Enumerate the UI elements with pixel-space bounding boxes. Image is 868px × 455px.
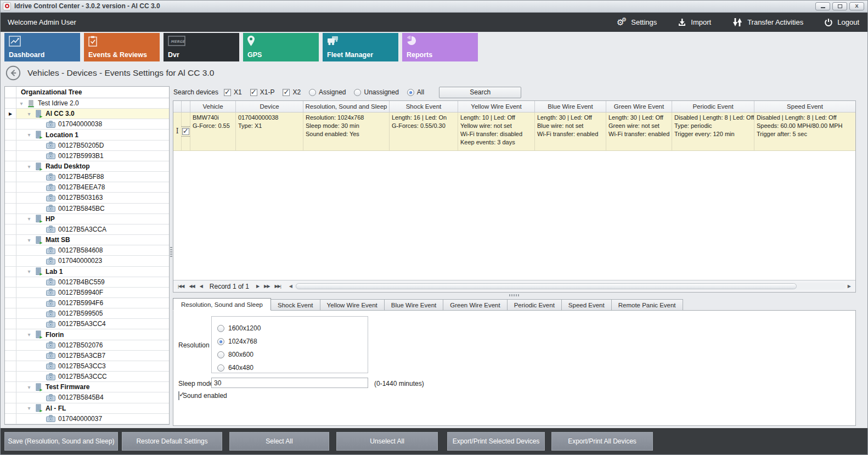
tree-item-00127b5a3cb7[interactable]: 00127B5A3CB7 [5,351,169,361]
tree-item-test-firmware[interactable]: ▾Test Firmware [5,382,169,392]
nav-tile-reports[interactable]: Reports [402,33,478,61]
tree-item-radu-desktop[interactable]: ▾Radu Desktop [5,161,169,172]
tree-item-00127b584608[interactable]: 00127B584608 [5,245,169,256]
tree-item-00127b503163[interactable]: 00127B503163 [5,193,169,203]
radio-1024x768[interactable] [217,338,224,345]
collapse-arrow-icon[interactable]: ▾ [26,111,32,117]
tree-item-00127b5993b1[interactable]: 00127B5993B1 [5,151,169,161]
tab-speed-event[interactable]: Speed Event [561,299,612,311]
record-prev-page-button[interactable]: ◀◀ [189,284,194,289]
row-select-checkbox[interactable]: ✓ [182,128,189,135]
tree-item-00127b502076[interactable]: 00127B502076 [5,340,169,351]
tab-green-wire-event[interactable]: Green Wire Event [443,299,507,311]
transfer-activities-button[interactable]: Transfer Activities [732,18,803,27]
resolution-option-1024x768[interactable]: 1024x768 [217,335,368,348]
scroll-left-icon[interactable]: ◀ [289,284,292,289]
collapse-arrow-icon[interactable]: ▾ [26,332,32,338]
collapse-arrow-icon[interactable]: ▾ [26,216,32,222]
tab-shock-event[interactable]: Shock Event [270,299,320,311]
unselect-all-button[interactable]: Unselect All [336,432,438,451]
scrollbar-thumb[interactable] [296,283,797,289]
resolution-option-1600x1200[interactable]: 1600x1200 [217,322,368,335]
tree-item-test-idrive-2-0[interactable]: ▾Test Idrive 2.0 [5,98,169,109]
radio-unassigned[interactable] [354,89,361,96]
grid-h-scrollbar[interactable]: ◀ ▶ [289,283,851,290]
close-button[interactable]: X [849,2,864,10]
tree-item-017040000037[interactable]: 017040000037 [5,414,169,424]
device-row[interactable]: I✓BMW740iG-Force: 0.55017040000038Type: … [173,113,855,151]
collapse-arrow-icon[interactable]: ▾ [26,132,32,138]
export-print-all-devices-button[interactable]: Export/Print All Devices [551,432,653,451]
filter-assigned[interactable]: Assigned [309,88,346,96]
tree-item-florin[interactable]: ▾Florin [5,329,169,340]
tree-item-lab-1[interactable]: ▾Lab 1 [5,267,169,277]
tree-item-al-cc-3-0[interactable]: ▶▾Al CC 3.0 [5,109,169,119]
radio-640x480[interactable] [217,364,224,372]
tree-item-00127b5845bc[interactable]: 00127B5845BC [5,204,169,214]
horizontal-splitter-handle[interactable] [509,294,519,296]
nav-tile-gps[interactable]: GPS [243,33,319,61]
vertical-splitter-handle[interactable] [170,247,172,258]
nav-tile-fleet-manager[interactable]: Fleet Manager [323,33,398,61]
nav-tile-events-reviews[interactable]: Events & Reviews [84,33,160,61]
sleep-mode-input[interactable] [211,378,368,388]
tab-resolution-sound-and-sleep[interactable]: Resolution, Sound and Sleep [173,298,271,311]
radio-assigned[interactable] [309,89,316,96]
checkbox-x2[interactable]: ✓ [283,89,290,96]
radio-1600x1200[interactable] [217,325,224,332]
tree-item-00127b5994f6[interactable]: 00127B5994F6 [5,298,169,308]
record-first-button[interactable]: |◀◀ [178,284,184,289]
back-button[interactable] [5,65,21,81]
tree-item-hp[interactable]: ▾HP [5,214,169,224]
tree-item-00127b599505[interactable]: 00127B599505 [5,308,169,319]
record-last-button[interactable]: ▶▶| [274,284,280,289]
tree-item-00127b5a3cc4[interactable]: 00127B5A3CC4 [5,319,169,329]
tree-item-017040000038[interactable]: 017040000038 [5,119,169,130]
nav-tile-dashboard[interactable]: Dashboard [4,33,80,61]
export-print-selected-devices-button[interactable]: Export/Print Selected Devices [447,432,545,451]
settings-button[interactable]: ⚙⚙Settings [617,18,657,26]
import-button[interactable]: Import [678,18,711,27]
select-all-button[interactable]: Select All [229,432,329,451]
sound-enabled-checkbox[interactable]: ✓ [178,391,179,400]
filter-all[interactable]: All [407,88,424,96]
collapse-arrow-icon[interactable]: ▾ [26,268,32,274]
record-prev-button[interactable]: ◀ [200,284,202,289]
maximize-button[interactable] [832,2,847,10]
tree-item-00127b4bc559[interactable]: 00127B4BC559 [5,277,169,288]
scrollbar-track[interactable] [295,283,846,290]
collapse-arrow-icon[interactable]: ▾ [26,237,32,243]
tree-item-00127b4eea78[interactable]: 00127B4EEA78 [5,182,169,193]
filter-x1-p[interactable]: ✓X1-P [250,88,275,96]
save-resolution-sound-and-sleep-button[interactable]: Save (Resolution, Sound and Sleep) [4,432,118,451]
tree-item-00127b5a3cc3[interactable]: 00127B5A3CC3 [5,361,169,372]
tree-item-00127b59940f[interactable]: 00127B59940F [5,288,169,298]
tree-item-00127b5845b4[interactable]: 00127B5845B4 [5,392,169,403]
tree-item-017040000023[interactable]: 017040000023 [5,256,169,266]
tab-blue-wire-event[interactable]: Blue Wire Event [384,299,443,311]
filter-x1[interactable]: ✓X1 [224,88,242,96]
tree-item-00127b5a3ccc[interactable]: 00127B5A3CCC [5,372,169,382]
sound-enabled-option[interactable]: ✓ Sound enabled [178,392,227,400]
tree-item-al-fl[interactable]: ▾Al - FL [5,403,169,414]
filter-unassigned[interactable]: Unassigned [354,88,398,96]
tree-item-00127b50205d[interactable]: 00127B50205D [5,141,169,151]
search-button[interactable]: Search [439,87,521,98]
resolution-option-640x480[interactable]: 640x480 [217,361,368,374]
tree-item-00127b4b5f88[interactable]: 00127B4B5F88 [5,172,169,182]
collapse-arrow-icon[interactable]: ▾ [26,164,32,170]
filter-x2[interactable]: ✓X2 [283,88,301,96]
checkbox-x1-p[interactable]: ✓ [250,89,257,96]
collapse-arrow-icon[interactable]: ▾ [26,405,32,411]
record-next-page-button[interactable]: ▶▶ [264,284,269,289]
record-next-button[interactable]: ▶ [256,284,259,289]
nav-tile-dvr[interactable]: MERGEDvr [164,33,239,61]
checkbox-x1[interactable]: ✓ [224,89,231,96]
radio-800x600[interactable] [217,351,224,358]
collapse-arrow-icon[interactable]: ▾ [19,100,24,106]
logout-button[interactable]: Logout [824,18,859,27]
tab-periodic-event[interactable]: Periodic Event [507,299,562,311]
radio-all[interactable] [407,89,414,96]
collapse-arrow-icon[interactable]: ▾ [26,384,32,390]
scroll-right-icon[interactable]: ▶ [848,284,851,289]
